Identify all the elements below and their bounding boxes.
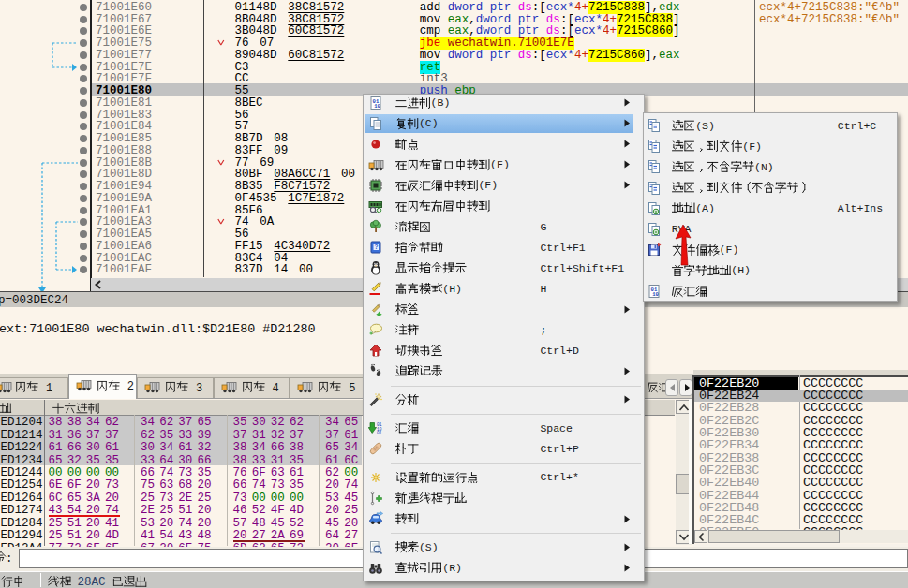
svg-text:10: 10 xyxy=(652,291,659,298)
svg-text:01: 01 xyxy=(377,431,382,435)
svg-text:?: ? xyxy=(374,243,378,250)
svg-text:10: 10 xyxy=(374,103,380,110)
